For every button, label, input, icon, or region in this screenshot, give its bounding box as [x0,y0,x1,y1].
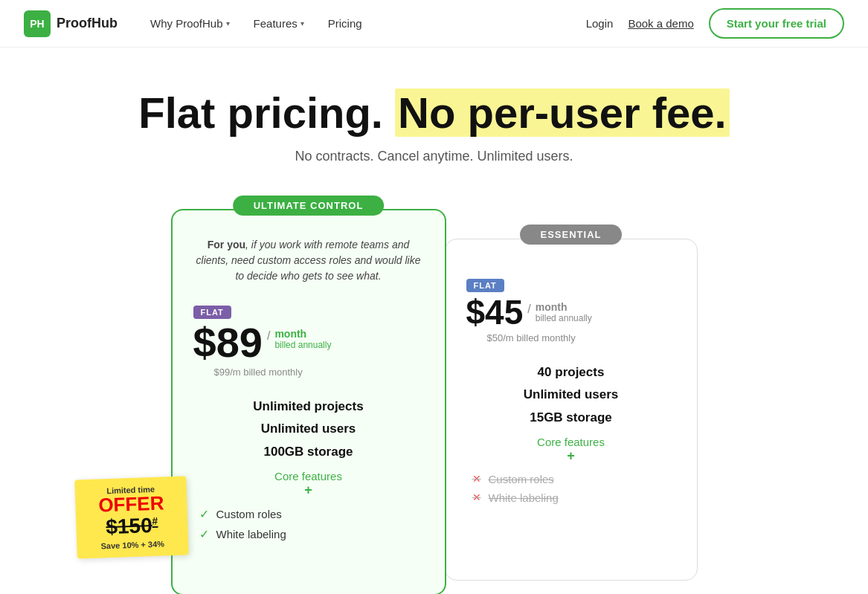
start-trial-button[interactable]: Start your free trial [709,8,844,39]
essential-feature2: Unlimited users [466,384,676,407]
check-icon: ✓ [199,507,209,521]
chevron-down-icon: ▾ [300,19,304,28]
logo-text: ProofHub [57,16,118,31]
ultimate-billed-annually: billed annually [274,340,331,350]
offer-title: OFFER [86,493,175,515]
offer-save: Save 10% + 34% [89,538,176,550]
ultimate-plus: + [193,482,424,498]
ultimate-feature1: Unlimited projects [193,396,424,419]
essential-feature1: 40 projects [466,361,676,384]
cross-icon: ✕ [472,491,481,503]
essential-plus: + [466,448,676,464]
nav-pricing[interactable]: Pricing [319,11,371,36]
login-link[interactable]: Login [586,17,614,30]
essential-feature3: 15GB storage [466,407,676,430]
hero-subtitle: No contracts. Cancel anytime. Unlimited … [24,149,844,164]
check-icon: ✓ [199,527,209,541]
essential-addon-list: ✕ Custom roles ✕ White labeling [466,473,676,504]
ultimate-price: $89 [193,322,263,364]
ultimate-core-features[interactable]: Core features [193,470,424,482]
pricing-section: ULTIMATE CONTROL Limited time OFFER $150… [0,194,868,594]
cross-icon: ✕ [472,473,481,485]
logo-initials: PH [30,18,44,30]
essential-price-area: FLAT $45 / month billed annually $50/m b… [446,269,697,346]
essential-addon-custom-roles: ✕ Custom roles [472,473,670,485]
essential-card: ESSENTIAL FLAT $45 / month billed annual… [445,239,698,581]
ultimate-card: ULTIMATE CONTROL Limited time OFFER $150… [171,209,446,594]
book-demo-link[interactable]: Book a demo [628,17,693,30]
essential-badge: ESSENTIAL [520,225,623,245]
nav-links: Why ProofHub ▾ Features ▾ Pricing [141,11,586,36]
nav-right: Login Book a demo Start your free trial [586,8,844,39]
ultimate-price-row: $89 / month billed annually [193,322,424,364]
offer-sticker: Limited time OFFER $150# Save 10% + 34% [74,476,189,558]
logo-icon: PH [24,10,51,37]
ultimate-flat-badge: FLAT [193,306,231,319]
hero-section: Flat pricing. No per-user fee. No contra… [0,48,868,194]
hero-highlight: No per-user fee. [395,88,730,137]
ultimate-description: For you, if you work with remote teams a… [173,210,445,296]
essential-core-features[interactable]: Core features [466,436,676,448]
logo[interactable]: PH ProofHub [24,10,118,37]
chevron-down-icon: ▾ [226,19,230,28]
ultimate-addon-custom-roles: ✓ Custom roles [199,507,418,521]
essential-flat-badge: FLAT [466,279,504,292]
essential-price: $45 [466,295,524,329]
ultimate-addon-list: ✓ Custom roles ✓ White labeling [193,507,424,541]
ultimate-price-area: FLAT $89 / month billed annually $99/m b… [173,296,445,381]
hero-title: Flat pricing. No per-user fee. [24,89,844,137]
essential-billed-annually: billed annually [536,313,592,323]
ultimate-features: Unlimited projects Unlimited users 100GB… [173,381,445,553]
ultimate-feature3: 100GB storage [193,441,424,464]
essential-per-month: month [536,301,592,313]
essential-features: 40 projects Unlimited users 15GB storage… [446,346,697,516]
ultimate-addon-white-labeling: ✓ White labeling [199,527,418,541]
ultimate-badge: ULTIMATE CONTROL [233,196,385,216]
ultimate-per-month: month [274,328,331,340]
essential-price-row: $45 / month billed annually [466,295,676,329]
essential-addon-white-labeling: ✕ White labeling [472,491,670,504]
nav-features[interactable]: Features ▾ [245,11,313,36]
nav-why-proofhub[interactable]: Why ProofHub ▾ [141,11,239,36]
navbar: PH ProofHub Why ProofHub ▾ Features ▾ Pr… [0,0,868,48]
ultimate-feature2: Unlimited users [193,418,424,441]
